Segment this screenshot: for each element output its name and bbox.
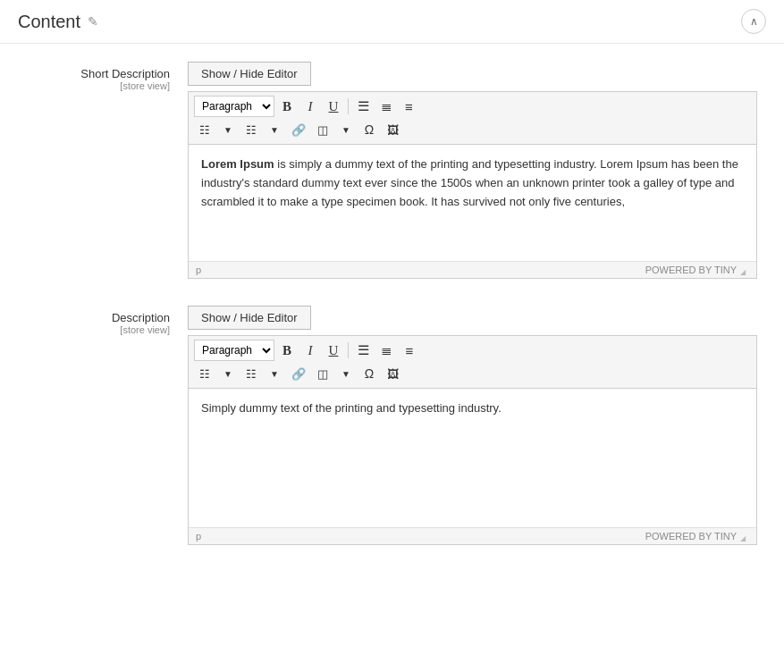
short-description-footer: p POWERED BY TINY <box>189 261 756 278</box>
desc-paragraph-select[interactable]: Paragraph Heading 1 Heading 2 Heading 3 <box>194 340 274 361</box>
table-button[interactable]: ◫ <box>312 119 333 140</box>
header-left: Content ✎ <box>18 12 98 32</box>
desc-toolbar-sep-1 <box>348 342 349 358</box>
desc-align-center-button[interactable]: ≣ <box>375 340 397 361</box>
desc-align-left-button[interactable]: ☰ <box>352 340 374 361</box>
toolbar-sep-1 <box>348 98 349 114</box>
ordered-list-dropdown[interactable]: ▼ <box>217 119 239 140</box>
page-title: Content <box>18 12 80 32</box>
desc-unordered-list-dropdown[interactable]: ▼ <box>264 363 285 384</box>
description-tag: p <box>196 531 201 542</box>
toolbar-row-2: ☷ ▼ ☷ ▼ 🔗 ◫ ▼ Ω 🖼 <box>194 119 751 140</box>
align-right-button[interactable]: ≡ <box>399 96 420 117</box>
desc-bold-button[interactable]: B <box>276 340 298 361</box>
desc-table-dropdown[interactable]: ▼ <box>335 363 357 384</box>
main-content: Short Description [store view] Show / Hi… <box>0 44 784 590</box>
desc-link-button[interactable]: 🔗 <box>287 363 310 384</box>
page-header: Content ✎ ∧ <box>0 0 784 44</box>
short-description-field: Short Description [store view] Show / Hi… <box>27 62 757 279</box>
description-body[interactable]: Simply dummy text of the printing and ty… <box>189 389 756 527</box>
short-description-bold-text: Lorem Ipsum <box>201 157 274 171</box>
description-show-hide-button[interactable]: Show / Hide Editor <box>188 306 311 330</box>
edit-icon[interactable]: ✎ <box>88 14 98 29</box>
image-button[interactable]: 🖼 <box>382 119 403 140</box>
underline-button[interactable]: U <box>323 96 344 117</box>
align-center-button[interactable]: ≣ <box>375 96 397 117</box>
desc-align-right-button[interactable]: ≡ <box>399 340 420 361</box>
table-dropdown[interactable]: ▼ <box>335 119 357 140</box>
short-description-label-col: Short Description [store view] <box>27 62 188 91</box>
short-description-toolbar: Paragraph Heading 1 Heading 2 Heading 3 … <box>189 92 756 145</box>
desc-toolbar-row-1: Paragraph Heading 1 Heading 2 Heading 3 … <box>194 340 751 361</box>
desc-table-button[interactable]: ◫ <box>312 363 333 384</box>
short-description-label: Short Description <box>80 67 170 80</box>
omega-button[interactable]: Ω <box>358 119 380 140</box>
italic-button[interactable]: I <box>299 96 321 117</box>
desc-toolbar-row-2: ☷ ▼ ☷ ▼ 🔗 ◫ ▼ Ω 🖼 <box>194 363 751 384</box>
desc-image-button[interactable]: 🖼 <box>382 363 403 384</box>
toolbar-row-1: Paragraph Heading 1 Heading 2 Heading 3 … <box>194 96 751 117</box>
ordered-list-button[interactable]: ☷ <box>194 119 215 140</box>
desc-unordered-list-button[interactable]: ☷ <box>240 363 262 384</box>
short-description-show-hide-button[interactable]: Show / Hide Editor <box>188 62 311 86</box>
collapse-button[interactable]: ∧ <box>741 9 766 34</box>
unordered-list-button[interactable]: ☷ <box>240 119 262 140</box>
desc-ordered-list-dropdown[interactable]: ▼ <box>217 363 239 384</box>
short-description-body[interactable]: Lorem Ipsum is simply a dummy text of th… <box>189 145 756 261</box>
description-sublabel: [store view] <box>27 324 170 335</box>
short-description-content: Show / Hide Editor Paragraph Heading 1 H… <box>188 62 757 279</box>
description-label-col: Description [store view] <box>27 306 188 335</box>
description-toolbar: Paragraph Heading 1 Heading 2 Heading 3 … <box>189 336 756 389</box>
bold-button[interactable]: B <box>276 96 298 117</box>
description-label: Description <box>112 311 170 324</box>
short-description-tag: p <box>196 265 201 275</box>
resize-handle-2[interactable] <box>740 532 749 541</box>
description-editor: Paragraph Heading 1 Heading 2 Heading 3 … <box>188 335 757 545</box>
short-description-editor: Paragraph Heading 1 Heading 2 Heading 3 … <box>188 91 757 279</box>
description-content: Show / Hide Editor Paragraph Heading 1 H… <box>188 306 757 545</box>
resize-handle-1[interactable] <box>740 265 749 274</box>
short-description-sublabel: [store view] <box>27 80 170 91</box>
align-left-button[interactable]: ☰ <box>352 96 374 117</box>
powered-by-tiny-label-1: POWERED BY TINY <box>645 265 737 275</box>
unordered-list-dropdown[interactable]: ▼ <box>264 119 285 140</box>
powered-by-tiny-label-2: POWERED BY TINY <box>645 531 737 542</box>
description-field: Description [store view] Show / Hide Edi… <box>27 306 757 545</box>
paragraph-select[interactable]: Paragraph Heading 1 Heading 2 Heading 3 <box>194 96 274 117</box>
short-description-text: is simply a dummy text of the printing a… <box>201 157 738 208</box>
link-button[interactable]: 🔗 <box>287 119 310 140</box>
chevron-up-icon: ∧ <box>750 15 758 28</box>
desc-ordered-list-button[interactable]: ☷ <box>194 363 215 384</box>
desc-omega-button[interactable]: Ω <box>358 363 380 384</box>
description-text: Simply dummy text of the printing and ty… <box>201 401 502 415</box>
desc-underline-button[interactable]: U <box>323 340 344 361</box>
description-footer: p POWERED BY TINY <box>189 527 756 544</box>
desc-italic-button[interactable]: I <box>299 340 321 361</box>
